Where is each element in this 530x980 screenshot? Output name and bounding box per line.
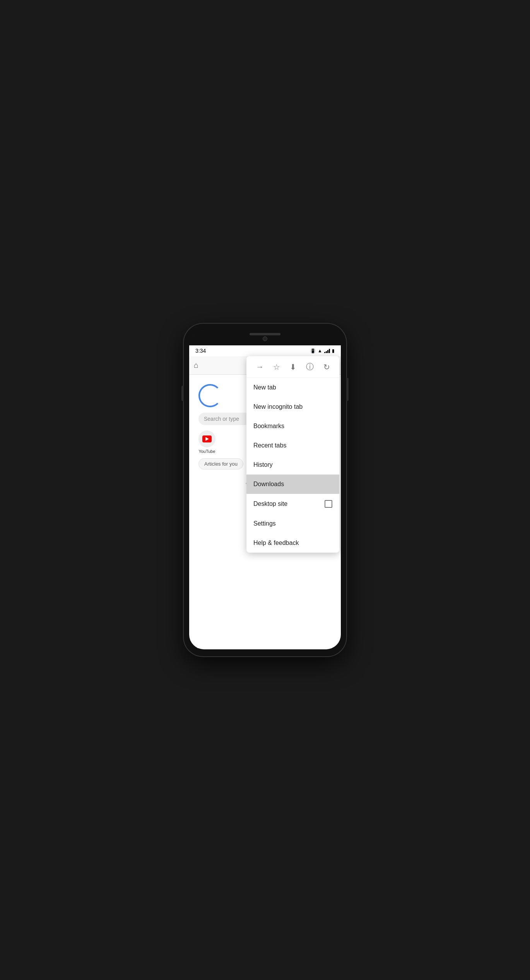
screen: 3:34 📳 ▲ ▮ ⌂ <box>189 345 341 649</box>
menu-item-label-new-incognito-tab: New incognito tab <box>253 403 303 410</box>
camera-area <box>250 333 280 341</box>
info-icon[interactable]: ⓘ <box>306 362 314 372</box>
phone-device: 3:34 📳 ▲ ▮ ⌂ <box>184 324 346 656</box>
youtube-icon-bg <box>198 430 215 447</box>
battery-icon: ▮ <box>332 348 335 353</box>
youtube-play-icon <box>205 437 209 441</box>
menu-item-history[interactable]: History <box>246 455 339 475</box>
desktop-site-checkbox[interactable] <box>325 500 332 508</box>
youtube-label: YouTube <box>198 449 215 454</box>
download-icon[interactable]: ⬇ <box>290 362 296 372</box>
forward-icon[interactable]: → <box>256 362 263 371</box>
dropdown-menu: → ☆ ⬇ ⓘ ↻ New tabNew incognito tabBookma… <box>246 356 339 553</box>
vibrate-icon: 📳 <box>310 348 316 353</box>
menu-items-list: New tabNew incognito tabBookmarksRecent … <box>246 378 339 553</box>
menu-item-label-help-feedback: Help & feedback <box>253 540 299 546</box>
chrome-logo <box>198 384 222 407</box>
wifi-icon: ▲ <box>318 348 322 353</box>
status-time: 3:34 <box>195 348 206 354</box>
menu-item-label-new-tab: New tab <box>253 384 276 391</box>
articles-chip[interactable]: Articles for you <box>198 458 243 470</box>
menu-item-label-bookmarks: Bookmarks <box>253 423 284 430</box>
menu-item-bookmarks[interactable]: Bookmarks <box>246 417 339 436</box>
search-bar[interactable]: Search or type <box>198 413 253 425</box>
status-icons: 📳 ▲ ▮ <box>310 348 335 353</box>
menu-item-label-downloads: Downloads <box>253 481 284 488</box>
menu-item-downloads[interactable]: Downloads <box>246 475 339 494</box>
signal-bars <box>324 348 330 353</box>
camera <box>263 336 267 341</box>
menu-item-recent-tabs[interactable]: Recent tabs <box>246 436 339 455</box>
menu-item-new-incognito-tab[interactable]: New incognito tab <box>246 397 339 417</box>
youtube-icon <box>202 435 212 442</box>
signal-bar-4 <box>329 349 330 353</box>
phone-top-bar <box>189 331 341 345</box>
signal-bar-2 <box>326 351 327 353</box>
home-icon[interactable]: ⌂ <box>194 361 198 370</box>
menu-item-label-history: History <box>253 461 273 468</box>
signal-bar-1 <box>324 352 325 353</box>
menu-item-help-feedback[interactable]: Help & feedback <box>246 533 339 553</box>
menu-item-settings[interactable]: Settings <box>246 514 339 533</box>
phone-screen: 3:34 📳 ▲ ▮ ⌂ <box>189 331 341 649</box>
status-bar: 3:34 📳 ▲ ▮ <box>189 345 341 356</box>
refresh-icon[interactable]: ↻ <box>323 362 330 372</box>
speaker <box>250 333 280 335</box>
youtube-shortcut[interactable]: YouTube <box>198 430 215 454</box>
menu-item-label-recent-tabs: Recent tabs <box>253 442 286 449</box>
bookmark-icon[interactable]: ☆ <box>273 362 280 372</box>
signal-bar-3 <box>327 350 328 353</box>
menu-item-label-settings: Settings <box>253 520 276 527</box>
menu-item-label-desktop-site: Desktop site <box>253 500 287 507</box>
menu-item-desktop-site[interactable]: Desktop site <box>246 494 339 514</box>
menu-icon-row: → ☆ ⬇ ⓘ ↻ <box>246 356 339 378</box>
menu-item-new-tab[interactable]: New tab <box>246 378 339 397</box>
